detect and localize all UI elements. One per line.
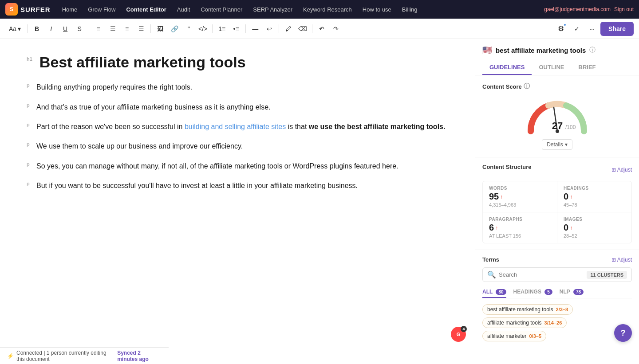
bold-button[interactable]: B [30,22,43,35]
undo-button[interactable]: ↩ [263,22,276,35]
editor-heading: h1 Best affiliate marketing tools [27,52,448,72]
image-button[interactable]: 🖼 [154,22,167,35]
panel-body: Content Score ⓘ [475,75,639,364]
top-navigation: S SURFER Home Grow Flow Content Editor A… [0,0,639,19]
code-button[interactable]: </> [196,22,209,35]
more-options-button[interactable]: ··· [585,22,599,35]
help-button[interactable]: ? [614,324,632,342]
term-chip-2[interactable]: affiliate marketing tools 3/14–26 [482,317,567,328]
nav-grow-flow[interactable]: Grow Flow [83,4,120,15]
info-icon[interactable]: ⓘ [589,46,596,54]
words-number: 95 [489,192,499,202]
toolbar-sep-4 [212,24,213,33]
paragraph-text-4[interactable]: We use them to scale up our business and… [36,141,243,152]
nav-how-to-use[interactable]: How to use [358,4,396,15]
strikethrough-button[interactable]: S [73,22,86,35]
align-justify-button[interactable]: ☰ [134,22,148,35]
underline-button[interactable]: U [59,22,72,35]
paragraph-text-3[interactable]: Part of the reason we've been so success… [36,121,445,133]
undo-history-button[interactable]: ↶ [315,22,328,35]
images-value: 0 ↑ [564,223,572,233]
nav-audit[interactable]: Audit [173,4,195,15]
content-structure-title: Content Structure [482,164,532,170]
term-name-2: affiliate marketing tools [487,320,542,326]
stat-headings: HEADINGS 0 ↑ 45–78 [557,181,631,212]
content-structure-adjust-button[interactable]: ⊞ Adjust [611,167,632,173]
link-button[interactable]: 🔗 [168,22,181,35]
all-count: 80 [496,289,506,295]
italic-button[interactable]: I [44,22,58,35]
p-label-2: p [27,102,33,108]
nav-billing[interactable]: Billing [398,4,422,15]
sign-out-link[interactable]: Sign out [614,6,634,12]
term-chip-1[interactable]: best affiliate marketing tools 2/3–8 [482,304,573,315]
logo[interactable]: S SURFER [5,3,51,16]
heading-text[interactable]: Best affiliate marketing tools [39,52,246,72]
content-structure-section: Content Structure ⊞ Adjust WORDS 95 ↑ 4,… [475,157,639,250]
headings-range: 45–78 [564,202,577,207]
clusters-badge[interactable]: 11 CLUSTERS [587,271,627,279]
nlp-count: 78 [573,289,584,295]
align-center-button[interactable]: ☰ [106,22,119,35]
divider-button[interactable]: — [248,22,262,35]
toolbar-sep-5 [245,24,246,33]
term-chip-3[interactable]: affiliate marketer 0/3–5 [482,331,546,341]
align-left-button[interactable]: ≡ [92,22,105,35]
content-score-info-icon[interactable]: ⓘ [524,82,530,90]
panel-keyword: best affiliate marketing tools [496,47,586,54]
grammarly-count: 4 [461,326,467,332]
align-right-button[interactable]: ≡ [120,22,134,35]
details-button[interactable]: Details ▾ [542,139,572,150]
p-label-3: p [27,122,33,127]
tab-headings[interactable]: HEADINGS 5 [513,286,552,298]
nav-home[interactable]: Home [58,4,82,15]
unordered-list-button[interactable]: •≡ [229,22,243,35]
content-score-section: Content Score ⓘ [475,75,639,157]
nav-content-editor[interactable]: Content Editor [122,4,170,15]
terms-adjust-icon: ⊞ [611,257,616,263]
words-range: 4,315–4,963 [489,202,516,207]
terms-adjust-button[interactable]: ⊞ Adjust [611,257,632,263]
svg-text:/100: /100 [565,124,576,130]
grammarly-button[interactable]: G 4 [451,327,466,342]
ordered-list-button[interactable]: 1≡ [215,22,229,35]
headings-count: 5 [544,289,552,295]
editor-toolbar: Aa ▾ B I U S ≡ ☰ ≡ ☰ 🖼 🔗 " </> 1≡ •≡ — ↩… [0,19,639,39]
stat-images: IMAGES 0 ↑ 28–52 [557,212,631,243]
paragraph-text-2[interactable]: And that's as true of your affiliate mar… [36,102,270,113]
nav-keyword-research[interactable]: Keyword Research [299,4,356,15]
term-count-3: 0/3–5 [529,333,541,339]
right-panel: 🇺🇸 best affiliate marketing tools ⓘ GUID… [475,39,639,364]
p-label-6: p [27,181,33,186]
paragraph-text-6[interactable]: But if you want to be successful you'll … [36,180,358,192]
erase-button[interactable]: ⌫ [296,22,309,35]
nav-content-planner[interactable]: Content Planner [196,4,247,15]
highlight-button[interactable]: 🖊 [282,22,295,35]
redo-history-button[interactable]: ↷ [329,22,343,35]
paragraph-text-1[interactable]: Building anything properly requires the … [36,82,192,93]
tab-outline[interactable]: OUTLINE [532,60,571,75]
affiliate-sites-link[interactable]: building and selling affiliate sites [185,123,286,130]
check-button[interactable]: ✓ [570,22,584,35]
paragraph-6: p But if you want to be successful you'l… [27,180,448,192]
settings-button[interactable]: ⚙ [553,21,568,36]
tab-guidelines[interactable]: GUIDELINES [482,60,532,75]
words-label: WORDS [489,186,507,191]
tab-all[interactable]: ALL 80 [482,286,506,298]
terms-search-bar[interactable]: 🔍 11 CLUSTERS [482,267,632,282]
terms-adjust-label: Adjust [617,257,632,263]
tab-nlp[interactable]: NLP 78 [560,286,584,298]
p-label-4: p [27,141,33,147]
grammarly-icon: G [457,332,461,337]
editor-area[interactable]: h1 Best affiliate marketing tools p Buil… [0,39,475,364]
tab-brief[interactable]: BRIEF [572,60,603,75]
paragraph-text-5[interactable]: So yes, you can manage without many, if … [36,160,398,172]
quote-button[interactable]: " [182,22,195,35]
font-size-button[interactable]: Aa ▾ [5,23,24,34]
share-button[interactable]: Share [600,22,634,36]
nav-right-area: gael@judgementmedia.com Sign out [544,6,634,12]
sync-status: Synced 2 minutes ago [117,350,162,362]
search-input[interactable] [499,271,584,278]
headings-number: 0 [564,192,568,202]
nav-serp-analyzer[interactable]: SERP Analyzer [248,4,297,15]
